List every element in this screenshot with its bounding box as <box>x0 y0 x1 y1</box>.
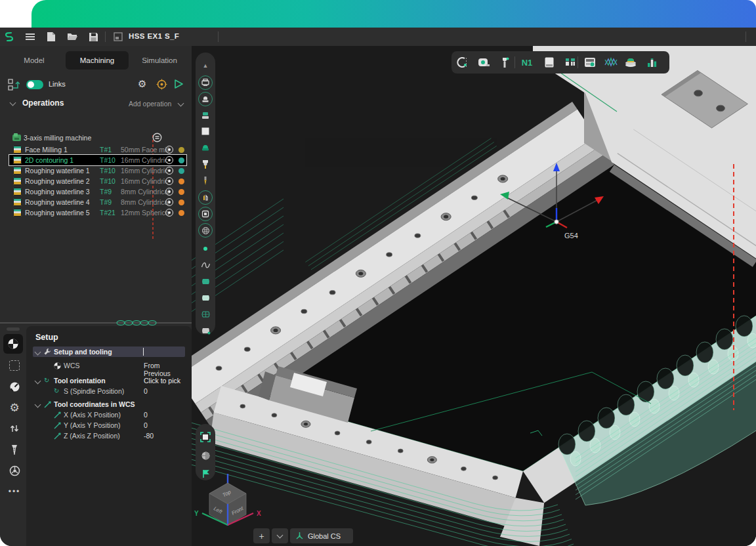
fit-view-icon[interactable] <box>196 429 215 445</box>
screenshot-stage: HSS EX1 S_F Model Machining Simulation L… <box>0 0 756 546</box>
setup-row-spindle[interactable]: ↻ S (Spindle Position) 0 <box>34 387 185 396</box>
add-operation-button[interactable]: Add operation <box>129 100 171 108</box>
caliper-icon[interactable] <box>496 54 513 70</box>
table-visibility-icon[interactable] <box>196 206 215 222</box>
operation-row[interactable]: Face Milling 1T#150mm Face mill <box>9 144 186 155</box>
add-operation-caret-icon[interactable] <box>178 100 184 107</box>
setup-row-z[interactable]: Z (Axis Z Position) -80 <box>34 431 185 441</box>
gear-icon[interactable]: ⚙ <box>5 398 24 417</box>
links-label: Links <box>49 80 66 88</box>
add-cs-button[interactable]: + <box>253 528 270 543</box>
flag-icon[interactable] <box>196 466 215 482</box>
global-cs-button[interactable]: Global CS <box>290 528 353 543</box>
more-ellipsis-icon[interactable]: ••• <box>5 482 24 501</box>
curve-icon[interactable] <box>196 257 215 273</box>
swap-arrows-icon[interactable] <box>5 419 24 438</box>
axis-arrow-icon <box>54 411 61 419</box>
operation-row[interactable]: Roughing waterline 2T#1016mm Cylindric <box>9 176 186 186</box>
selection-marquee-icon[interactable] <box>5 356 24 375</box>
stock-square-icon[interactable] <box>196 123 215 139</box>
operation-radio[interactable] <box>165 188 173 196</box>
layers-icon[interactable] <box>622 54 639 70</box>
setup-row-tool-coordinates[interactable]: Tool coordinates in WCS <box>34 400 185 410</box>
tab-model[interactable]: Model <box>5 51 63 70</box>
chevron-down-icon[interactable] <box>35 349 41 356</box>
tool-bit-icon[interactable] <box>196 173 215 188</box>
machine-icon <box>12 133 22 142</box>
wcs-icon <box>7 338 19 350</box>
chevron-down-icon[interactable] <box>35 378 41 385</box>
fixture-visibility-icon[interactable] <box>196 190 215 205</box>
cs-dropdown-button[interactable] <box>272 528 288 543</box>
surface-green-icon[interactable] <box>196 274 215 289</box>
setup-row-y[interactable]: Y (Axis Y Position) 0 <box>34 421 185 430</box>
save-icon[interactable] <box>85 29 101 45</box>
operation-row[interactable]: Roughing waterline 5T#2112mm Spherica <box>9 207 186 218</box>
setup-row-wcs[interactable]: WCS From Previous <box>34 361 185 371</box>
cs-tripod-icon <box>295 532 304 540</box>
stock-panel-icon[interactable] <box>541 54 558 70</box>
toolpath-wave-icon[interactable] <box>602 54 620 70</box>
links-toggle[interactable] <box>26 80 43 89</box>
surface-gray-icon[interactable] <box>196 323 215 339</box>
tab-machining[interactable]: Machining <box>66 51 129 70</box>
c-axis-icon[interactable] <box>454 54 471 70</box>
operations-collapse-icon[interactable] <box>10 100 16 106</box>
nc-program-button[interactable]: N1 <box>518 54 536 70</box>
holder-icon[interactable] <box>196 156 215 172</box>
drill-icon[interactable] <box>5 440 24 459</box>
operation-icon <box>13 188 22 196</box>
operation-row[interactable]: Roughing waterline 3T#98mm Cylindrical <box>9 186 186 197</box>
operation-radio[interactable] <box>165 156 173 164</box>
operation-icon <box>13 167 22 175</box>
open-folder-icon[interactable] <box>64 29 80 45</box>
wcs-mode-active-tile[interactable] <box>3 334 23 354</box>
axis-arrow-icon <box>44 401 51 408</box>
chevron-down-icon[interactable] <box>35 402 41 408</box>
gauge-icon[interactable] <box>5 377 24 396</box>
links-icon[interactable] <box>8 79 20 91</box>
operation-icon <box>13 177 22 185</box>
part-small-icon[interactable] <box>196 108 215 123</box>
setup-row-x[interactable]: X (Axis X Position) 0 <box>34 410 185 420</box>
rotate-icon: ↻ <box>44 377 49 384</box>
operation-radio[interactable] <box>165 167 173 175</box>
operation-radio[interactable] <box>165 198 173 206</box>
machine-row[interactable]: 3-axis milling machine <box>9 133 186 143</box>
workpiece-visibility-icon[interactable] <box>196 91 215 107</box>
operation-radio[interactable] <box>165 146 173 154</box>
status-dot <box>178 158 184 163</box>
surface-mesh-icon[interactable] <box>196 306 215 322</box>
viewport-3d[interactable]: G54 Top Left Front Y X <box>192 46 756 546</box>
tab-simulation[interactable]: Simulation <box>131 51 188 70</box>
handwheel-icon[interactable] <box>5 461 24 480</box>
calculator-icon[interactable] <box>581 54 598 70</box>
measure-tape-icon[interactable] <box>475 54 492 70</box>
global-cs-label: Global CS <box>308 532 341 540</box>
setup-row-tool-orientation[interactable]: ↻ Tool orientation Click to pick <box>34 376 185 386</box>
operation-row-selected[interactable]: 2D contouring 1T#1016mm Cylindric <box>9 155 186 165</box>
setup-row-setup-and-tooling[interactable]: Setup and tooling <box>34 347 185 357</box>
new-file-icon[interactable] <box>43 29 59 45</box>
statistics-icon[interactable] <box>643 54 660 70</box>
surface-light-icon[interactable] <box>196 290 215 306</box>
operation-row[interactable]: Roughing waterline 4T#98mm Cylindrical <box>9 197 186 207</box>
tooling-pair-icon[interactable] <box>562 54 579 70</box>
operation-radio[interactable] <box>165 209 173 217</box>
menu-icon[interactable] <box>22 29 38 45</box>
machine-sequence-icon[interactable] <box>152 133 162 142</box>
strip-handle[interactable] <box>7 327 20 331</box>
point-icon[interactable] <box>196 241 215 257</box>
mesh-visibility-icon[interactable] <box>196 222 215 238</box>
splitter-handle[interactable] <box>116 320 165 326</box>
app-logo-icon[interactable] <box>1 29 17 45</box>
orbit-sphere-icon[interactable] <box>196 448 215 463</box>
rotary-target-icon[interactable] <box>156 79 167 90</box>
run-play-icon[interactable] <box>173 79 184 89</box>
collapse-up-icon[interactable]: ▲ <box>196 58 215 74</box>
operation-row[interactable]: Roughing waterline 1T#1016mm Cylindric <box>9 165 186 176</box>
part-green-icon[interactable] <box>196 140 215 156</box>
operation-radio[interactable] <box>165 177 173 185</box>
settings-gear-icon[interactable]: ⚙ <box>138 78 146 90</box>
machine-visibility-icon[interactable] <box>196 75 215 91</box>
